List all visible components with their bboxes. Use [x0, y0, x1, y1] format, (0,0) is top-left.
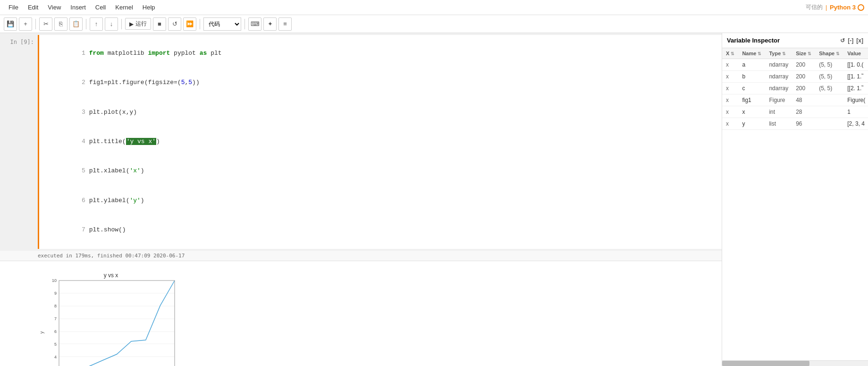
plot-title: y vs x [104, 272, 118, 279]
vi-cell-name: y [738, 118, 765, 130]
paste-button[interactable]: 📋 [69, 17, 83, 31]
vi-cell-x: x [722, 59, 738, 71]
menu-kernel[interactable]: Kernel [110, 2, 138, 13]
y-axis-label: y [39, 331, 44, 333]
move-down-button[interactable]: ↓ [105, 17, 118, 31]
svg-text:10: 10 [52, 278, 57, 283]
run-label: 运行 [135, 20, 147, 28]
y-tick-labels: 2 3 4 5 6 7 8 9 10 [52, 278, 57, 366]
vi-cell-x: x [722, 83, 738, 94]
vi-cell-name: fig1 [738, 94, 765, 106]
vi-cell-type: ndarray [765, 71, 792, 83]
cell-type-select[interactable]: 代码 [203, 17, 241, 31]
vi-scrollbar[interactable] [722, 360, 868, 366]
kernel-info: 可信的 | Python 3 [806, 3, 864, 11]
vi-cell-x: x [722, 94, 738, 106]
code-line-7: 7 plt.show() [45, 215, 716, 245]
vi-row: x y list 96 [2, 3, 4 [722, 118, 868, 130]
vi-row: x a ndarray 200 (5, 5) [[1. 0.( [722, 59, 868, 71]
kernel-trust-label: 可信的 [806, 3, 823, 11]
vi-refresh-button[interactable]: ↺ [840, 37, 845, 44]
stop-button[interactable]: ■ [153, 17, 166, 31]
plot-container: y vs x [38, 269, 184, 366]
vi-close-button[interactable]: [x] [856, 37, 863, 44]
variable-inspector: Variable Inspector ↺ [-] [x] X ⇅ Name ⇅ … [722, 33, 868, 366]
menu-help[interactable]: Help [138, 2, 160, 13]
vi-cell-type: Figure [765, 94, 792, 106]
main-layout: In [9]: 1 from matplotlib import pyplot … [0, 33, 868, 366]
code-cell: In [9]: 1 from matplotlib import pyplot … [0, 35, 722, 249]
vi-cell-value: [[2. 1.˜ [843, 83, 868, 94]
variable-inspector-title: Variable Inspector [727, 37, 780, 44]
toolbar-divider-2 [86, 19, 86, 29]
cell-code[interactable]: 1 from matplotlib import pyplot as plt 2… [38, 35, 722, 249]
vi-col-value: Value [843, 48, 868, 59]
vi-cell-shape: (5, 5) [815, 71, 843, 83]
svg-text:9: 9 [54, 291, 57, 296]
code-line-6: 6 plt.ylabel('y') [45, 186, 716, 215]
menubar: File Edit View Insert Cell Kernel Help 可… [0, 0, 868, 15]
code-line-2: 2 fig1=plt.figure(figsize=(5,5)) [45, 68, 716, 97]
vi-cell-shape [815, 94, 843, 106]
vi-cell-size: 96 [792, 118, 815, 130]
toolbar-divider-1 [35, 19, 36, 29]
notebook: In [9]: 1 from matplotlib import pyplot … [0, 33, 722, 366]
restart-button[interactable]: ↺ [168, 17, 181, 31]
svg-text:4: 4 [54, 355, 57, 359]
vi-cell-size: 28 [792, 106, 815, 118]
toolbar-divider-5 [244, 19, 245, 29]
vi-row: x fig1 Figure 48 Figure( [722, 94, 868, 106]
cut-button[interactable]: ✂ [39, 17, 52, 31]
vi-cell-shape: (5, 5) [815, 83, 843, 94]
menu-file[interactable]: File [4, 2, 23, 13]
run-button[interactable]: ▶ 运行 [125, 18, 151, 30]
code-line-4: 4 plt.title('y vs x') [45, 127, 716, 156]
code-line-1: 1 from matplotlib import pyplot as plt [45, 39, 716, 68]
vi-row: x b ndarray 200 (5, 5) [[1. 1.˜ [722, 71, 868, 83]
variable-inspector-table-wrapper: X ⇅ Name ⇅ Type ⇅ Size ⇅ Shape ⇅ Value x… [722, 48, 868, 360]
vi-cell-x: x [722, 106, 738, 118]
vi-cell-size: 48 [792, 94, 815, 106]
keyboard-button[interactable]: ⌨ [248, 17, 261, 31]
code-line-3: 3 plt.plot(x,y) [45, 98, 716, 127]
menu-edit[interactable]: Edit [23, 2, 43, 13]
vi-cell-name: b [738, 71, 765, 83]
fast-forward-button[interactable]: ⏩ [183, 17, 196, 31]
menu-view[interactable]: View [43, 2, 66, 13]
magic-button[interactable]: ✦ [263, 17, 277, 31]
add-cell-button[interactable]: + [19, 17, 32, 31]
vi-cell-shape: (5, 5) [815, 59, 843, 71]
vi-cell-x: x [722, 118, 738, 130]
vi-cell-type: list [765, 118, 792, 130]
copy-button[interactable]: ⎘ [54, 17, 67, 31]
svg-text:6: 6 [54, 329, 57, 334]
variable-inspector-actions: ↺ [-] [x] [840, 37, 863, 44]
variable-inspector-body: x a ndarray 200 (5, 5) [[1. 0.( x b ndar… [722, 59, 868, 130]
vi-minimize-button[interactable]: [-] [848, 37, 853, 44]
vi-cell-name: a [738, 59, 765, 71]
save-button[interactable]: 💾 [4, 17, 17, 31]
vi-cell-type: ndarray [765, 83, 792, 94]
matplotlib-plot: y vs x [38, 269, 184, 366]
vi-cell-value: [2, 3, 4 [843, 118, 868, 130]
svg-text:7: 7 [54, 316, 57, 321]
vi-cell-shape [815, 106, 843, 118]
menu-cell[interactable]: Cell [91, 2, 110, 13]
vi-cell-value: [[1. 1.˜ [843, 71, 868, 83]
vi-cell-name: x [738, 106, 765, 118]
list-button[interactable]: ≡ [278, 17, 292, 31]
svg-text:5: 5 [54, 342, 57, 347]
vi-cell-value: [[1. 0.( [843, 59, 868, 71]
vi-col-shape: Shape ⇅ [815, 48, 843, 59]
variable-inspector-table: X ⇅ Name ⇅ Type ⇅ Size ⇅ Shape ⇅ Value x… [722, 48, 868, 130]
vi-cell-x: x [722, 71, 738, 83]
menu-insert[interactable]: Insert [66, 2, 91, 13]
cell-prompt: In [9]: [0, 35, 38, 249]
vi-cell-shape [815, 118, 843, 130]
vi-cell-size: 200 [792, 59, 815, 71]
move-up-button[interactable]: ↑ [90, 17, 103, 31]
vi-col-x: X ⇅ [722, 48, 738, 59]
variable-inspector-header: Variable Inspector ↺ [-] [x] [722, 33, 868, 48]
plot-wrapper: y vs x [0, 261, 722, 366]
kernel-name: Python 3 [830, 4, 856, 11]
